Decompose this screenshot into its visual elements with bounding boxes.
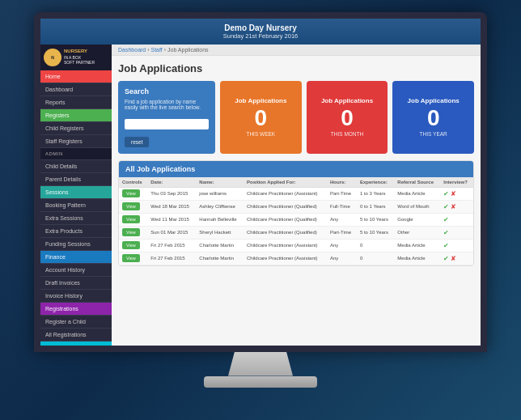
- stat-week-label-top: Job Applications: [235, 97, 286, 105]
- cell-referral: Other: [394, 226, 440, 239]
- tick-icon: ✔: [443, 255, 449, 262]
- cell-controls: View: [119, 226, 147, 239]
- cell-position: Childcare Practitioner (Qualified): [244, 226, 327, 239]
- cross-icon: ✘: [451, 190, 456, 197]
- sidebar-item-funding[interactable]: Funding Sessions: [40, 238, 112, 251]
- sidebar-item-reports[interactable]: Reports: [40, 96, 112, 109]
- sidebar-item-show-rounds[interactable]: Show Rounds: [40, 342, 112, 346]
- cell-controls: View: [119, 239, 147, 252]
- search-description: Find a job application by name easily wi…: [125, 99, 209, 110]
- breadcrumb-current: Job Applications: [167, 47, 209, 53]
- sidebar-item-invoice-history[interactable]: Invoice History: [40, 290, 112, 303]
- view-button[interactable]: View: [122, 189, 140, 197]
- cell-experience: 0: [357, 239, 394, 252]
- cell-interview: ✔ ✘: [440, 200, 473, 213]
- cell-date: Wed 11 Mar 2015: [147, 213, 196, 226]
- cell-hours: Part-Time: [327, 226, 357, 239]
- sidebar-item-registrations[interactable]: Registrations: [40, 303, 112, 316]
- monitor-stand: [228, 352, 293, 376]
- view-button[interactable]: View: [122, 228, 140, 236]
- sidebar-item-home[interactable]: Home: [40, 70, 112, 83]
- cell-name: Ashley Clifftense: [196, 200, 244, 213]
- cell-name: Charlotte Martin: [196, 239, 244, 252]
- stat-card-month: Job Applications 0 THIS MONTH: [307, 81, 388, 154]
- tick-icon: ✔: [443, 229, 449, 236]
- cell-name: Charlotte Martin: [196, 252, 244, 265]
- cell-position: Childcare Practitioner (Assistant): [244, 239, 327, 252]
- cell-date: Thu 03 Sep 2015: [147, 187, 196, 200]
- cell-interview: ✔: [440, 213, 473, 226]
- stat-card-week: Job Applications 0 THIS WEEK: [220, 81, 302, 154]
- stat-month-label-bottom: THIS MONTH: [331, 131, 363, 137]
- stat-year-label-bottom: THIS YEAR: [420, 131, 447, 137]
- sidebar-item-all-registrations[interactable]: All Registrations: [40, 329, 112, 342]
- cell-date: Fri 27 Feb 2015: [147, 239, 196, 252]
- sidebar-item-draft-invoices[interactable]: Draft Invoices: [40, 277, 112, 290]
- logo-box: N: [44, 49, 61, 66]
- sidebar-item-register-child[interactable]: Register a Child: [40, 316, 112, 329]
- sidebar-item-extra-products[interactable]: Extra Products: [40, 225, 112, 238]
- search-input[interactable]: [125, 119, 209, 129]
- cell-hours: Full-Time: [327, 200, 357, 213]
- sidebar-item-child-registers[interactable]: Child Registers: [40, 122, 112, 135]
- view-button[interactable]: View: [122, 202, 140, 210]
- col-referral: Referral Source: [394, 177, 440, 188]
- main-content: Dashboard › Staff › Job Applications Job…: [112, 45, 481, 346]
- cell-interview: ✔: [440, 226, 473, 239]
- stat-week-label-bottom: THIS WEEK: [246, 131, 275, 137]
- cell-hours: Any: [327, 213, 357, 226]
- cell-interview: ✔ ✘: [440, 187, 473, 200]
- view-button[interactable]: View: [122, 215, 140, 223]
- monitor-wrapper: Demo Day Nursery Sunday 21st February 20…: [26, 12, 495, 409]
- cell-referral: Media Article: [394, 252, 440, 265]
- cell-name: Hannah Belleville: [196, 213, 244, 226]
- cell-experience: 5 to 10 Years: [357, 226, 394, 239]
- tick-icon: ✔: [443, 242, 449, 249]
- sidebar-item-finance[interactable]: Finance: [40, 251, 112, 264]
- col-date: Date:: [147, 177, 196, 188]
- monitor-screen: Demo Day Nursery Sunday 21st February 20…: [34, 12, 487, 352]
- col-position: Position Applied For:: [244, 177, 327, 188]
- logo-main: NURSERY: [64, 49, 95, 55]
- stat-year-number: 0: [427, 107, 440, 129]
- page-title: Job Applications: [118, 62, 474, 74]
- tick-icon: ✔: [443, 190, 449, 197]
- breadcrumb-staff[interactable]: Staff: [150, 47, 162, 53]
- view-button[interactable]: View: [122, 241, 140, 249]
- table-row: View Fri 27 Feb 2015 Charlotte Martin Ch…: [119, 252, 473, 265]
- cell-date: Sun 01 Mar 2015: [147, 226, 196, 239]
- reset-button[interactable]: reset: [125, 137, 149, 147]
- cell-controls: View: [119, 187, 147, 200]
- sidebar-item-booking[interactable]: Booking Pattern: [40, 199, 112, 212]
- sidebar-item-dashboard[interactable]: Dashboard: [40, 83, 112, 96]
- applications-table: Controls Date: Name: Position Applied Fo…: [119, 177, 473, 265]
- cell-interview: ✔: [440, 239, 473, 252]
- view-button[interactable]: View: [122, 254, 140, 262]
- sidebar-item-parent-details[interactable]: Parent Details: [40, 173, 112, 186]
- table-row: View Wed 18 Mar 2015 Ashley Clifftense C…: [119, 200, 473, 213]
- breadcrumb: Dashboard › Staff › Job Applications: [112, 45, 481, 56]
- monitor-base: [204, 376, 317, 388]
- cell-experience: 0: [357, 252, 394, 265]
- cell-referral: Media Article: [394, 187, 440, 200]
- stats-row: Search Find a job application by name ea…: [118, 81, 474, 154]
- cell-position: Childcare Practitioner (Assistant): [244, 187, 327, 200]
- sidebar-item-child-details[interactable]: Child Details: [40, 160, 112, 173]
- breadcrumb-dashboard[interactable]: Dashboard: [118, 47, 146, 53]
- sidebar-item-registers[interactable]: Registers: [40, 109, 112, 122]
- cell-referral: Media Article: [394, 239, 440, 252]
- sidebar-item-sessions[interactable]: Sessions: [40, 186, 112, 199]
- table-row: View Wed 11 Mar 2015 Hannah Belleville C…: [119, 213, 473, 226]
- cell-experience: 0 to 1 Years: [357, 200, 394, 213]
- sidebar-item-staff-registers[interactable]: Staff Registers: [40, 135, 112, 148]
- cross-icon: ✘: [451, 255, 456, 262]
- sidebar-item-extra-sessions[interactable]: Extra Sessions: [40, 212, 112, 225]
- site-date: Sunday 21st February 2016: [44, 32, 477, 40]
- table-row: View Fri 27 Feb 2015 Charlotte Martin Ch…: [119, 239, 473, 252]
- table-section-title: All Job Applications: [119, 161, 473, 177]
- app-body: N NURSERY IN A BOX SOFT PARTNER Home Das…: [40, 45, 481, 346]
- cell-experience: 5 to 10 Years: [357, 213, 394, 226]
- cell-experience: 1 to 3 Years: [357, 187, 394, 200]
- sidebar-item-account-history[interactable]: Account History: [40, 264, 112, 277]
- table-section: All Job Applications Controls Date: Name…: [118, 160, 474, 266]
